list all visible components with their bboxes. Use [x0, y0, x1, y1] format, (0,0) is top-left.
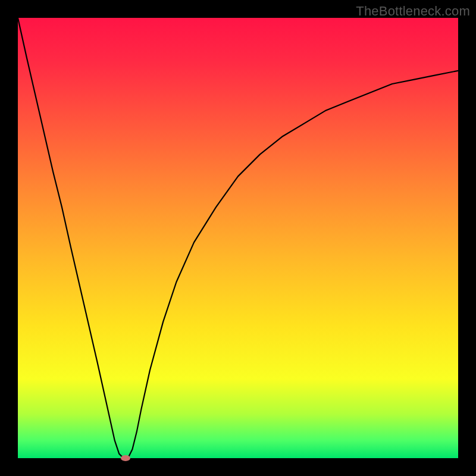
chart-frame: TheBottleneck.com [0, 0, 476, 476]
bottleneck-curve [18, 18, 458, 458]
minimum-marker [121, 455, 130, 461]
chart-gradient-background [18, 18, 458, 458]
watermark-text: TheBottleneck.com [356, 4, 470, 19]
